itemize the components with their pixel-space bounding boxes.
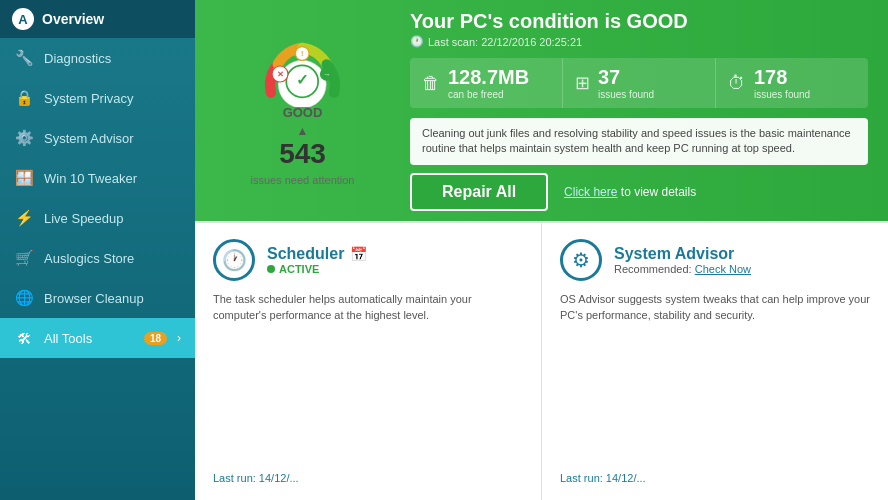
stat-label-1: issues found (598, 89, 654, 100)
card-link-scheduler[interactable]: Last run: 14/12/... (213, 472, 523, 484)
cards-row: 🕐 Scheduler 📅 ACTIVE The task scheduler … (195, 221, 888, 500)
sidebar-item-browser-cleanup[interactable]: 🌐 Browser Cleanup (0, 278, 195, 318)
chevron-right-icon: › (177, 331, 181, 345)
svg-text:→: → (323, 70, 330, 79)
sidebar-header-label: Overview (42, 11, 104, 27)
gauge-label: GOOD (283, 105, 323, 120)
all-tools-badge: 18 (144, 332, 167, 345)
win10-tweaker-icon: 🪟 (14, 168, 34, 188)
sidebar-label-system-advisor: System Advisor (44, 131, 181, 146)
stat-label-0: can be freed (448, 89, 529, 100)
card-title-block-scheduler: Scheduler 📅 ACTIVE (267, 245, 367, 275)
stat-label-2: issues found (754, 89, 810, 100)
sidebar-label-live-speedup: Live Speedup (44, 211, 181, 226)
status-dot (267, 265, 275, 273)
stat-icon-0: 🗑 (422, 73, 440, 94)
stat-item-1: ⊞ 37 issues found (563, 58, 716, 108)
stat-icon-2: ⏱ (728, 73, 746, 94)
card-desc-scheduler: The task scheduler helps automatically m… (213, 291, 523, 324)
live-speedup-icon: ⚡ (14, 208, 34, 228)
sidebar-item-diagnostics[interactable]: 🔧 Diagnostics (0, 38, 195, 78)
banner-title: Your PC's condition is GOOD (410, 10, 868, 33)
auslogics-store-icon: 🛒 (14, 248, 34, 268)
stat-value-2: 178 (754, 66, 810, 89)
clock-icon: 🕐 (410, 35, 424, 48)
sidebar-logo-icon: A (12, 8, 34, 30)
all-tools-icon: 🛠 (14, 328, 34, 348)
sidebar-item-all-tools[interactable]: 🛠 All Tools 18 › (0, 318, 195, 358)
top-banner: ✓ ✕ ! → GOOD ▲ 543 issues need attention… (195, 0, 888, 221)
stat-text-0: 128.7MB can be freed (448, 66, 529, 100)
card-scheduler: 🕐 Scheduler 📅 ACTIVE The task scheduler … (195, 223, 542, 500)
gauge-svg: ✓ ✕ ! → (225, 33, 380, 107)
sidebar-label-win10-tweaker: Win 10 Tweaker (44, 171, 181, 186)
banner-right: Your PC's condition is GOOD 🕐 Last scan:… (410, 10, 868, 211)
sidebar-header[interactable]: A Overview (0, 0, 195, 38)
gauge-issues-block: ▲ 543 issues need attention (251, 124, 355, 188)
last-scan-label: Last scan: 22/12/2016 20:25:21 (428, 36, 582, 48)
stats-row: 🗑 128.7MB can be freed ⊞ 37 issues found… (410, 58, 868, 108)
banner-subtitle: 🕐 Last scan: 22/12/2016 20:25:21 (410, 35, 868, 48)
stat-item-2: ⏱ 178 issues found (716, 58, 868, 108)
sidebar-item-auslogics-store[interactable]: 🛒 Auslogics Store (0, 238, 195, 278)
card-desc-system-advisor: OS Advisor suggests system tweaks that c… (560, 291, 870, 324)
card-status-scheduler: ACTIVE (267, 263, 367, 275)
card-recommended: Recommended: Check Now (614, 263, 751, 275)
sidebar-item-live-speedup[interactable]: ⚡ Live Speedup (0, 198, 195, 238)
sidebar-label-diagnostics: Diagnostics (44, 51, 181, 66)
card-title-row-system-advisor: System Advisor (614, 245, 751, 263)
view-details-text: Click here to view details (564, 185, 696, 199)
card-icon-system-advisor: ⚙ (560, 239, 602, 281)
sidebar-label-browser-cleanup: Browser Cleanup (44, 291, 181, 306)
check-now-link[interactable]: Check Now (695, 263, 751, 275)
gauge-arrow: ▲ (251, 124, 355, 138)
svg-text:!: ! (301, 49, 303, 58)
sidebar-nav: 🔧 Diagnostics 🔒 System Privacy ⚙️ System… (0, 38, 195, 358)
card-title-block-system-advisor: System Advisor Recommended: Check Now (614, 245, 751, 275)
sidebar-item-system-advisor[interactable]: ⚙️ System Advisor (0, 118, 195, 158)
stat-text-2: 178 issues found (754, 66, 810, 100)
sidebar-label-all-tools: All Tools (44, 331, 130, 346)
sidebar-label-auslogics-store: Auslogics Store (44, 251, 181, 266)
action-row: Repair All Click here to view details (410, 173, 868, 211)
card-title-system-advisor: System Advisor (614, 245, 734, 263)
view-details-suffix: to view details (621, 185, 696, 199)
card-header-scheduler: 🕐 Scheduler 📅 ACTIVE (213, 239, 523, 281)
system-privacy-icon: 🔒 (14, 88, 34, 108)
card-icon-scheduler: 🕐 (213, 239, 255, 281)
gauge-container: ✓ ✕ ! → GOOD ▲ 543 issues need attention (215, 33, 390, 188)
diagnostics-icon: 🔧 (14, 48, 34, 68)
sidebar-item-win10-tweaker[interactable]: 🪟 Win 10 Tweaker (0, 158, 195, 198)
stat-text-1: 37 issues found (598, 66, 654, 100)
stat-value-1: 37 (598, 66, 654, 89)
main-content: ✓ ✕ ! → GOOD ▲ 543 issues need attention… (195, 0, 888, 500)
card-link-system-advisor[interactable]: Last run: 14/12/... (560, 472, 870, 484)
browser-cleanup-icon: 🌐 (14, 288, 34, 308)
card-system-advisor: ⚙ System Advisor Recommended: Check Now … (542, 223, 888, 500)
sidebar-item-system-privacy[interactable]: 🔒 System Privacy (0, 78, 195, 118)
gauge-sub-label: issues need attention (251, 174, 355, 186)
system-advisor-icon: ⚙️ (14, 128, 34, 148)
view-details-link[interactable]: Click here (564, 185, 617, 199)
sidebar: A Overview 🔧 Diagnostics 🔒 System Privac… (0, 0, 195, 500)
stat-item-0: 🗑 128.7MB can be freed (410, 58, 563, 108)
stat-icon-1: ⊞ (575, 72, 590, 94)
card-title-scheduler: Scheduler (267, 245, 344, 263)
card-header-system-advisor: ⚙ System Advisor Recommended: Check Now (560, 239, 870, 281)
sidebar-label-system-privacy: System Privacy (44, 91, 181, 106)
card-title-row-scheduler: Scheduler 📅 (267, 245, 367, 263)
svg-text:✓: ✓ (296, 72, 309, 88)
description-text: Cleaning out junk files and resolving st… (410, 118, 868, 165)
calendar-icon: 📅 (350, 246, 367, 262)
gauge-number: 543 (251, 138, 355, 170)
repair-all-button[interactable]: Repair All (410, 173, 548, 211)
stat-value-0: 128.7MB (448, 66, 529, 89)
svg-text:✕: ✕ (277, 70, 284, 79)
